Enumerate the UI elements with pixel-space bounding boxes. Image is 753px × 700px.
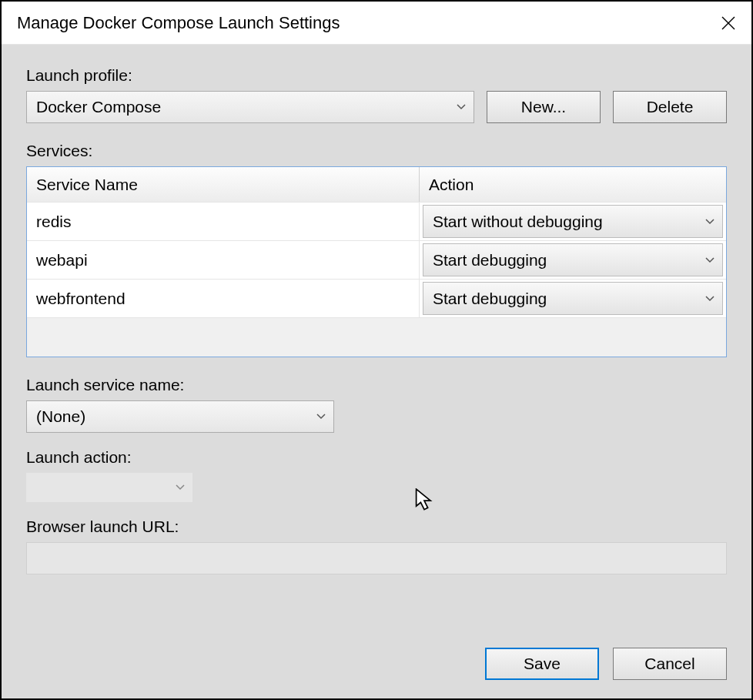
cancel-button[interactable]: Cancel bbox=[613, 648, 727, 680]
browser-url-label: Browser launch URL: bbox=[26, 517, 727, 536]
grid-empty-area bbox=[27, 318, 726, 357]
grid-header-name[interactable]: Service Name bbox=[27, 167, 420, 202]
launch-service-name-group: Launch service name: (None) bbox=[26, 376, 727, 433]
service-name-cell[interactable]: webfrontend bbox=[27, 280, 420, 317]
launch-service-name-value: (None) bbox=[36, 407, 85, 426]
chevron-down-icon bbox=[705, 296, 715, 302]
grid-header-action[interactable]: Action bbox=[420, 167, 726, 202]
table-row: webfrontend Start debugging bbox=[27, 280, 726, 318]
table-row: redis Start without debugging bbox=[27, 203, 726, 241]
launch-service-name-label: Launch service name: bbox=[26, 376, 727, 394]
new-button[interactable]: New... bbox=[487, 91, 601, 123]
service-action-value: Start debugging bbox=[433, 251, 547, 270]
service-action-cell: Start debugging bbox=[420, 241, 726, 279]
table-row: webapi Start debugging bbox=[27, 241, 726, 280]
dialog-content: Launch profile: Docker Compose New... De… bbox=[2, 45, 751, 698]
close-button[interactable] bbox=[718, 12, 739, 34]
launch-action-combo[interactable] bbox=[26, 473, 192, 502]
launch-profile-value: Docker Compose bbox=[36, 98, 161, 116]
service-action-cell: Start debugging bbox=[420, 280, 726, 317]
services-label: Services: bbox=[26, 142, 727, 160]
save-button[interactable]: Save bbox=[485, 648, 599, 680]
chevron-down-icon bbox=[316, 414, 326, 420]
launch-action-group: Launch action: bbox=[26, 448, 727, 502]
launch-profile-label: Launch profile: bbox=[26, 66, 727, 85]
service-action-combo[interactable]: Start debugging bbox=[423, 243, 723, 276]
launch-profile-row: Docker Compose New... Delete bbox=[26, 91, 727, 123]
dialog-title: Manage Docker Compose Launch Settings bbox=[17, 13, 340, 33]
chevron-down-icon bbox=[457, 104, 466, 110]
browser-url-group: Browser launch URL: bbox=[26, 517, 727, 574]
grid-header-row: Service Name Action bbox=[27, 167, 726, 203]
launch-profile-combo[interactable]: Docker Compose bbox=[26, 91, 474, 123]
browser-url-input[interactable] bbox=[26, 542, 727, 574]
service-action-combo[interactable]: Start debugging bbox=[423, 282, 723, 315]
service-action-value: Start without debugging bbox=[433, 213, 603, 231]
service-action-value: Start debugging bbox=[433, 290, 547, 308]
service-action-cell: Start without debugging bbox=[420, 203, 726, 240]
titlebar: Manage Docker Compose Launch Settings bbox=[2, 2, 751, 45]
launch-action-label: Launch action: bbox=[26, 448, 727, 467]
launch-service-name-combo[interactable]: (None) bbox=[26, 400, 334, 433]
services-grid: Service Name Action redis Start without … bbox=[26, 166, 727, 357]
dialog-button-bar: Save Cancel bbox=[26, 632, 727, 680]
chevron-down-icon bbox=[705, 219, 715, 225]
service-name-cell[interactable]: redis bbox=[27, 203, 420, 240]
close-icon bbox=[720, 15, 737, 32]
delete-button[interactable]: Delete bbox=[613, 91, 727, 123]
chevron-down-icon bbox=[176, 484, 185, 491]
service-name-cell[interactable]: webapi bbox=[27, 241, 420, 279]
service-action-combo[interactable]: Start without debugging bbox=[423, 205, 723, 238]
chevron-down-icon bbox=[705, 257, 715, 263]
